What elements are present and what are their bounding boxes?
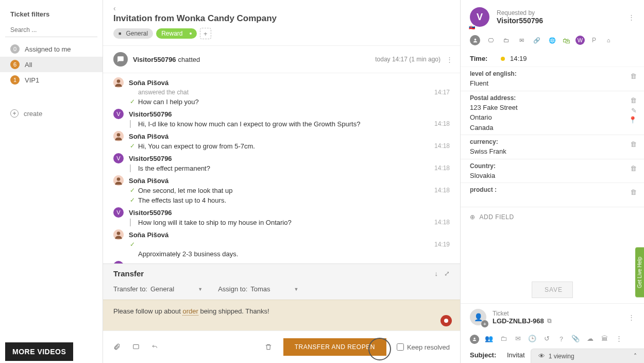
right-panel: V🇸🇰 Requested by Visitor550796 ⋮ 🖵 🗀 ✉ 🔗… (461, 0, 644, 363)
subject-label: Subject: (470, 351, 501, 359)
monitor-icon[interactable]: 🖵 (485, 35, 496, 45)
message-text: Approximately 2-3 business days. (138, 250, 450, 258)
message-timestamp: 14:19 (434, 241, 450, 248)
check-icon: ✓ (130, 98, 135, 105)
message-text: Hi, You can expect to grow from 5-7cm. (138, 142, 429, 150)
folder-icon[interactable]: 🗀 (501, 35, 511, 45)
requester-menu-icon[interactable]: ⋮ (628, 13, 635, 21)
get-live-help-tab[interactable]: Get Live Help (635, 248, 644, 298)
filter-assigned-to-me[interactable]: 0 Assigned to me (0, 41, 103, 57)
shopify-icon[interactable]: 🛍 (563, 36, 570, 45)
ticket-menu-icon[interactable]: ⋮ (628, 314, 635, 321)
agent-avatar (113, 131, 124, 141)
check-icon: ✓ (130, 142, 135, 150)
note-icon[interactable] (132, 343, 140, 351)
back-button[interactable]: ‹ (113, 4, 116, 12)
home-icon[interactable]: ⌂ (603, 35, 614, 45)
message-line: ✓14:19 (130, 240, 450, 249)
delete-field-icon[interactable]: 🗑 (630, 164, 637, 172)
keep-resolved-checkbox[interactable]: Keep resolved (397, 343, 450, 351)
link-icon[interactable]: 🔗 (532, 35, 542, 45)
postal-label: Postal address: (470, 94, 635, 102)
transfer-to-select[interactable]: Transfer to: General ▼ (113, 285, 202, 293)
message-line: ✓Hi, You can expect to grow from 5-7cm.1… (130, 141, 450, 151)
chat-menu-icon[interactable]: ⋮ (446, 56, 453, 63)
delete-icon[interactable] (265, 343, 273, 351)
delete-field-icon[interactable]: 🗑 (630, 72, 637, 80)
clock-icon[interactable]: 🕒 (528, 335, 537, 344)
message-sender: Soňa Pišová (129, 133, 168, 140)
english-value[interactable]: Fluent (470, 79, 488, 87)
transfer-expand-icon[interactable]: ⤢ (444, 270, 450, 277)
globe-icon[interactable]: 🌐 (547, 35, 557, 45)
create-filter-button[interactable]: + create (0, 103, 103, 124)
widget-w-icon[interactable]: W (575, 36, 585, 45)
visitor-avatar: V (113, 153, 124, 163)
folder-icon[interactable]: 🗀 (499, 335, 508, 344)
record-icon[interactable] (440, 315, 452, 326)
tag-reward[interactable]: Reward (156, 28, 197, 39)
english-label: level of english: (470, 70, 635, 77)
country-value[interactable]: Slovakia (470, 172, 495, 179)
filter-all[interactable]: 6 All (0, 57, 103, 72)
agent-avatar (113, 175, 124, 186)
more-icon[interactable]: ⋮ (614, 335, 623, 344)
chat-body[interactable]: Soňa Pišováanswered the chat14:17✓How ca… (103, 73, 460, 263)
search-box[interactable] (5, 23, 97, 37)
locate-field-icon[interactable]: 📍 (629, 116, 637, 124)
tag-general[interactable]: General (113, 28, 153, 39)
reply-icon[interactable] (150, 344, 159, 350)
transfer-and-reopen-button[interactable]: TRANSFER AND REOPEN (283, 338, 386, 356)
time-label: Time: (470, 55, 501, 62)
message-line: Hi, I-d like to know how much can I expe… (130, 119, 450, 129)
message-line: Is the effect permanent?14:18 (130, 163, 450, 173)
add-field-button[interactable]: ⊕ ADD FIELD (461, 207, 644, 227)
svg-point-1 (117, 79, 121, 83)
p-icon[interactable]: P (590, 37, 598, 44)
check-icon: ✓ (130, 241, 135, 248)
currency-value[interactable]: Swiss Frank (470, 147, 506, 155)
attach-icon[interactable]: 📎 (571, 335, 580, 344)
ticket-profile-icon[interactable] (470, 335, 479, 344)
group-icon[interactable]: 👥 (484, 335, 494, 344)
building-icon[interactable]: 🏛 (600, 335, 609, 344)
message-group: VVisitor550796Is the effect permanent?14… (103, 152, 460, 174)
postal-value[interactable]: 123 Fake Street Ontario Canada (470, 103, 635, 133)
ticket-id: LGD-ZNLBJ-968 ⧉ (493, 317, 552, 325)
edit-field-icon[interactable]: ✎ (631, 107, 637, 114)
message-line: How long will it take to ship to my hous… (130, 218, 450, 227)
mail-icon[interactable]: ✉ (513, 335, 522, 344)
svg-rect-8 (133, 344, 139, 349)
search-input[interactable] (5, 23, 97, 37)
subject-value[interactable]: Invitat (507, 351, 525, 359)
check-icon: ✓ (130, 196, 135, 204)
attach-icon[interactable] (113, 343, 122, 351)
help-icon[interactable]: ？ (556, 335, 566, 344)
plus-circle-icon: ⊕ (470, 213, 476, 221)
message-sender: Visitor550796 (129, 110, 172, 118)
profile-icon[interactable] (470, 35, 480, 45)
delete-field-icon[interactable]: 🗑 (630, 140, 637, 148)
copy-icon[interactable]: ⧉ (547, 317, 552, 324)
transfer-down-icon[interactable]: ↓ (435, 270, 438, 277)
history-icon[interactable]: ↺ (542, 335, 551, 344)
add-tag-button[interactable]: + (200, 28, 211, 39)
transfer-note-textarea[interactable]: Please follow up about order being shipp… (103, 300, 460, 331)
delete-field-icon[interactable]: 🗑 (630, 96, 637, 104)
mail-icon[interactable]: ✉ (516, 35, 527, 45)
check-icon: ✓ (130, 187, 135, 194)
delete-field-icon[interactable]: 🗑 (630, 188, 637, 196)
filter-vip1[interactable]: 1 VIP1 (0, 72, 103, 88)
country-label: Country: (470, 162, 635, 170)
chat-timestamp: today 14:17 (1 min ago) (375, 56, 440, 63)
viewing-indicator[interactable]: 👁 1 viewing ˄ (531, 349, 644, 363)
product-value[interactable] (470, 195, 472, 203)
message-line: answered the chat14:17 (130, 88, 450, 97)
save-button[interactable]: SAVE (532, 282, 573, 298)
more-videos-button[interactable]: MORE VIDEOS (5, 342, 73, 361)
assign-to-select[interactable]: Assign to: Tomas ▼ (218, 285, 298, 293)
product-label: product : (470, 186, 635, 193)
filter-count: 0 (10, 44, 20, 54)
cloud-icon[interactable]: ☁ (585, 335, 595, 344)
message-text: answered the chat (138, 89, 429, 96)
